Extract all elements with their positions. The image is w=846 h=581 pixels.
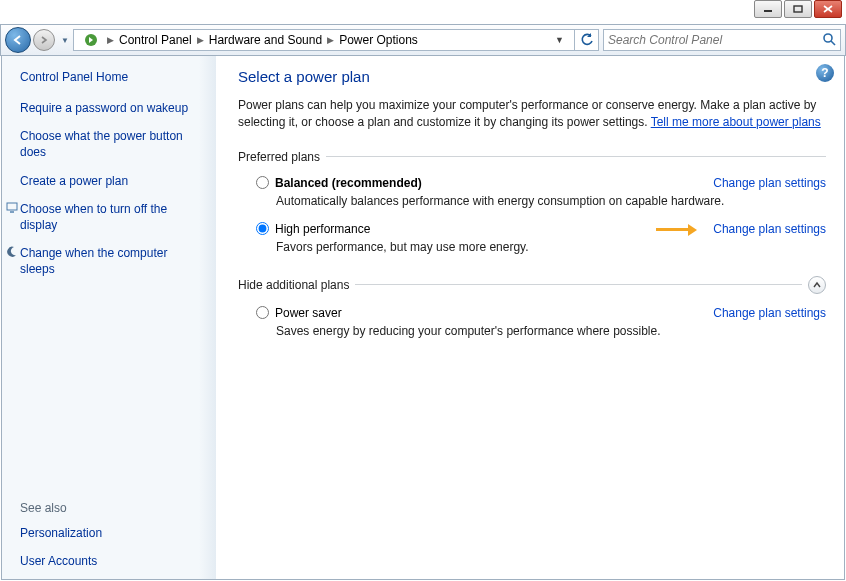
- nav-history-dropdown[interactable]: ▼: [59, 31, 71, 49]
- preferred-plans-header: Preferred plans: [238, 150, 826, 164]
- nav-back-button[interactable]: [5, 27, 31, 53]
- svg-line-6: [831, 41, 835, 45]
- content-area: ? Select a power plan Power plans can he…: [216, 56, 844, 579]
- svg-rect-1: [794, 6, 802, 12]
- plan-high-performance-desc: Favors performance, but may use more ene…: [276, 240, 826, 254]
- moon-icon: [4, 245, 20, 257]
- sidebar-link-user-accounts[interactable]: User Accounts: [20, 553, 204, 569]
- plan-power-saver-label: Power saver: [275, 306, 342, 320]
- plan-high-performance-label: High performance: [275, 222, 370, 236]
- refresh-button[interactable]: [575, 29, 599, 51]
- intro-text: Power plans can help you maximize your c…: [238, 97, 826, 132]
- monitor-icon: [4, 201, 20, 213]
- search-box[interactable]: [603, 29, 841, 51]
- help-icon[interactable]: ?: [816, 64, 834, 82]
- search-input[interactable]: [608, 33, 822, 47]
- address-bar[interactable]: ▶ Control Panel ▶ Hardware and Sound ▶ P…: [73, 29, 575, 51]
- plan-power-saver: Power saver Change plan settings Saves e…: [256, 306, 826, 338]
- plan-balanced: Balanced (recommended) Change plan setti…: [256, 176, 826, 208]
- divider: [355, 284, 802, 285]
- search-icon[interactable]: [822, 32, 836, 49]
- tell-me-more-link[interactable]: Tell me more about power plans: [651, 115, 821, 129]
- breadcrumb-hardware-sound[interactable]: Hardware and Sound: [207, 33, 324, 47]
- sidebar-link-personalization[interactable]: Personalization: [20, 525, 204, 541]
- power-options-icon: [82, 31, 100, 49]
- hide-additional-header: Hide additional plans: [238, 276, 826, 294]
- svg-point-5: [824, 34, 832, 42]
- change-plan-settings-balanced[interactable]: Change plan settings: [713, 176, 826, 190]
- sidebar-link-power-button[interactable]: Choose what the power button does: [20, 128, 204, 160]
- plan-high-performance: High performance Change plan settings Fa…: [256, 222, 826, 254]
- change-plan-settings-power-saver[interactable]: Change plan settings: [713, 306, 826, 320]
- svg-rect-7: [7, 203, 17, 210]
- plan-balanced-radio[interactable]: [256, 176, 269, 189]
- sidebar-link-require-password[interactable]: Require a password on wakeup: [20, 100, 204, 116]
- chevron-icon: ▶: [324, 35, 337, 45]
- change-plan-settings-high-performance[interactable]: Change plan settings: [713, 222, 826, 236]
- breadcrumb-power-options[interactable]: Power Options: [337, 33, 420, 47]
- breadcrumb-control-panel[interactable]: Control Panel: [117, 33, 194, 47]
- chevron-icon: ▶: [104, 35, 117, 45]
- close-button[interactable]: [814, 0, 842, 18]
- divider: [326, 156, 826, 157]
- control-panel-home-link[interactable]: Control Panel Home: [20, 70, 204, 84]
- minimize-button[interactable]: [754, 0, 782, 18]
- header-bar: ▼ ▶ Control Panel ▶ Hardware and Sound ▶…: [0, 24, 846, 56]
- sidebar: Control Panel Home Require a password on…: [2, 56, 216, 579]
- sidebar-link-create-plan[interactable]: Create a power plan: [20, 173, 204, 189]
- plan-balanced-label: Balanced (recommended): [275, 176, 422, 190]
- address-dropdown[interactable]: ▼: [549, 35, 570, 45]
- collapse-button[interactable]: [808, 276, 826, 294]
- see-also-heading: See also: [20, 501, 204, 515]
- sidebar-link-computer-sleeps[interactable]: Change when the computer sleeps: [20, 245, 204, 277]
- maximize-button[interactable]: [784, 0, 812, 18]
- page-title: Select a power plan: [238, 68, 826, 85]
- plan-power-saver-radio[interactable]: [256, 306, 269, 319]
- plan-balanced-desc: Automatically balances performance with …: [276, 194, 826, 208]
- plan-power-saver-desc: Saves energy by reducing your computer's…: [276, 324, 826, 338]
- chevron-icon: ▶: [194, 35, 207, 45]
- sidebar-link-turn-off-display[interactable]: Choose when to turn off the display: [20, 201, 204, 233]
- nav-forward-button[interactable]: [33, 29, 55, 51]
- see-also-section: See also Personalization User Accounts: [20, 501, 204, 569]
- plan-high-performance-radio[interactable]: [256, 222, 269, 235]
- window-controls: [754, 0, 842, 18]
- main-area: Control Panel Home Require a password on…: [1, 56, 845, 580]
